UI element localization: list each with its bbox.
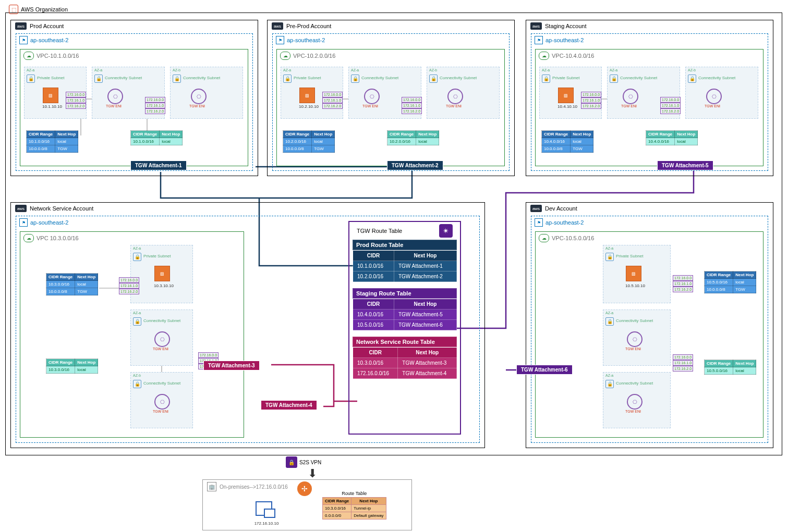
tgw-eni-icon: ⎔ bbox=[623, 89, 638, 104]
onprem-title: On-premises-->172.16.0.0/16 bbox=[220, 484, 288, 490]
tgw-eni-icon: ⎔ bbox=[706, 89, 722, 104]
ec2-instance-icon: ▧ bbox=[626, 266, 641, 281]
eni-label: TGW ENI bbox=[106, 104, 122, 108]
lock-icon: 🔒 bbox=[27, 75, 35, 83]
subnet-label: Private Subnet bbox=[143, 254, 171, 258]
dev-conn-route-table: CIDR RangeNext Hop 10.5.0.0/16local bbox=[704, 360, 756, 375]
tgw-eni-icon: ⎔ bbox=[154, 394, 170, 410]
eni-label: TGW ENI bbox=[153, 347, 168, 351]
region-flag-icon: ⚑ bbox=[276, 36, 284, 44]
tgw-eni-icon: ⎔ bbox=[627, 394, 642, 410]
account-title: Prod Account bbox=[30, 23, 64, 29]
az-label: AZ-a bbox=[133, 246, 141, 250]
vpc-cloud-icon: ☁ bbox=[23, 52, 34, 60]
vpc-cloud-icon: ☁ bbox=[539, 234, 549, 242]
ec2-ip: 10.1.10.10 bbox=[37, 104, 68, 109]
tgw-attachment-1: TGW Attachment-1 bbox=[130, 160, 187, 170]
arrow-down-icon: ⬇ bbox=[308, 467, 317, 480]
org-title: AWS Organization bbox=[21, 6, 68, 13]
subnet-label: Connectivity Subnet bbox=[616, 381, 653, 386]
eni-label: TGW ENI bbox=[446, 104, 462, 108]
region-name: ap-southeast-2 bbox=[30, 37, 68, 43]
subnet-label: Private Subnet bbox=[616, 254, 643, 258]
ec2-ip: 10.5.10.10 bbox=[620, 283, 651, 288]
onprem-route-table: Route Table CIDR RangeNext Hop 10.3.0.0/… bbox=[322, 490, 386, 519]
tgw-eni-icon: ⎔ bbox=[107, 89, 123, 104]
region-flag-icon: ⚑ bbox=[535, 36, 543, 44]
eni-label: TGW ENI bbox=[189, 104, 205, 108]
region-flag-icon: ⚑ bbox=[19, 36, 28, 44]
tgw-eni-icon: ⎔ bbox=[627, 331, 642, 347]
aws-badge-icon: aws bbox=[530, 205, 542, 212]
tgw-eni-icon: ⎔ bbox=[191, 89, 207, 104]
subnet-label: Connectivity Subnet bbox=[361, 76, 398, 80]
az-label: AZ-a bbox=[351, 68, 359, 72]
lock-icon: 🔒 bbox=[133, 380, 141, 388]
lock-icon: 🔒 bbox=[94, 75, 103, 83]
subnet-label: Connectivity Subnet bbox=[620, 76, 657, 80]
account-title: Dev Account bbox=[545, 205, 577, 212]
vpc-cloud-icon: ☁ bbox=[539, 52, 549, 60]
region-name: ap-southeast-2 bbox=[287, 37, 325, 43]
tgw-prod-route-table: Prod Route Table CIDRNext Hop 10.1.0.0/1… bbox=[353, 240, 457, 282]
aws-badge-icon: aws bbox=[15, 22, 27, 30]
ec2-ip: 10.2.10.10 bbox=[293, 104, 324, 109]
eni-label: TGW ENI bbox=[621, 104, 637, 108]
ec2-ip: 10.3.10.10 bbox=[148, 283, 179, 288]
preprod-conn-route-table: CIDR RangeNext Hop 10.2.0.0/16local bbox=[387, 130, 439, 145]
eni-ip-chips: 172.16.0.0 172.16.1.0 172.16.2.0 bbox=[402, 97, 422, 114]
subnet-label: Private Subnet bbox=[552, 76, 579, 80]
az-label: AZ-a bbox=[283, 68, 291, 72]
az-label: AZ-a bbox=[94, 68, 102, 72]
prod-conn-subnet-b: AZ-b 🔒 Connectivity Subnet bbox=[170, 67, 243, 119]
tgw-attachment-5: TGW Attachment-5 bbox=[657, 160, 713, 170]
s2s-vpn-icon: 🔒 bbox=[286, 456, 297, 468]
eni-ip-chips: 172.16.0.0 172.16.1.0 172.16.2.0 bbox=[66, 92, 86, 109]
s2s-vpn: 🔒S2S VPN bbox=[286, 456, 321, 468]
tgw-netsvc-route-table: Network Service Route Table CIDRNext Hop… bbox=[353, 337, 457, 379]
tgw-eni-icon: ⎔ bbox=[154, 331, 170, 347]
eni-ip-chips: 172.16.0.0 172.16.1.0 172.16.2.0 bbox=[660, 97, 681, 114]
subnet-label: Connectivity Subnet bbox=[105, 76, 142, 80]
ec2-instance-icon: ▧ bbox=[154, 266, 170, 281]
dev-private-route-table: CIDR RangeNext Hop 10.5.0.0/16local 10.0… bbox=[704, 271, 756, 293]
az-label: AZ-a bbox=[610, 68, 617, 72]
subnet-label: Private Subnet bbox=[37, 76, 64, 80]
lock-icon: 🔒 bbox=[133, 317, 141, 326]
netsvc-conn-route-table: CIDR RangeNext Hop 10.3.0.0/16local bbox=[46, 358, 98, 374]
lock-icon: 🔒 bbox=[283, 75, 292, 83]
eni-ip-chips: 172.16.0.0 172.16.1.0 172.16.2.0 bbox=[145, 97, 165, 114]
vpc-cidr: VPC-10.5.0.0/16 bbox=[552, 235, 594, 241]
staging-private-route-table: CIDR RangeNext Hop 10.4.0.0/16local 10.0… bbox=[541, 130, 593, 153]
onprem-host-ip: 172.16.10.10 bbox=[248, 521, 285, 526]
vpc-cidr: VPC-10.1.0.0/16 bbox=[37, 53, 79, 59]
vpc-cidr: VPC-10.2.0.0/16 bbox=[293, 53, 335, 59]
tgw-attachment-6: TGW Attachment-6 bbox=[516, 365, 573, 375]
ec2-ip: 10.4.10.10 bbox=[552, 104, 583, 109]
ec2-instance-icon: ▧ bbox=[43, 88, 58, 103]
tgw-icon: ✴ bbox=[439, 224, 453, 238]
aws-badge-icon: aws bbox=[530, 22, 542, 30]
az-label: AZ-a bbox=[605, 311, 613, 315]
region-flag-icon: ⚑ bbox=[535, 218, 543, 227]
subnet-label: Connectivity Subnet bbox=[183, 76, 220, 80]
lock-icon: 🔒 bbox=[351, 75, 359, 83]
subnet-label: Connectivity Subnet bbox=[698, 76, 735, 80]
region-name: ap-southeast-2 bbox=[545, 219, 584, 226]
tgw-route-table-panel: TGW Route Table✴ Prod Route Table CIDRNe… bbox=[348, 221, 461, 435]
az-label: AZ-a bbox=[542, 68, 550, 72]
aws-badge-icon: aws bbox=[15, 205, 27, 212]
az-label: AZ-b bbox=[688, 68, 696, 72]
building-icon: 🏢 bbox=[207, 482, 216, 491]
preprod-private-route-table: CIDR RangeNext Hop 10.2.0.0/16local 10.0… bbox=[283, 130, 335, 153]
s2s-label: S2S VPN bbox=[299, 460, 321, 465]
tgw-attachment-4: TGW Attachment-4 bbox=[261, 400, 317, 410]
tgw-eni-icon: ⎔ bbox=[364, 89, 380, 104]
subnet-label: Connectivity Subnet bbox=[616, 318, 653, 323]
tgw-staging-route-table: Staging Route Table CIDRNext Hop 10.4.0.… bbox=[353, 288, 457, 330]
eni-ip-chips: 172.16.0.0 172.16.1.0 172.16.2.0 bbox=[119, 277, 139, 294]
az-label: AZ-a bbox=[605, 246, 613, 250]
server-icon bbox=[256, 501, 272, 516]
az-label: AZ-a bbox=[605, 374, 613, 377]
staging-conn-route-table: CIDR RangeNext Hop 10.4.0.0/16local bbox=[646, 130, 698, 145]
